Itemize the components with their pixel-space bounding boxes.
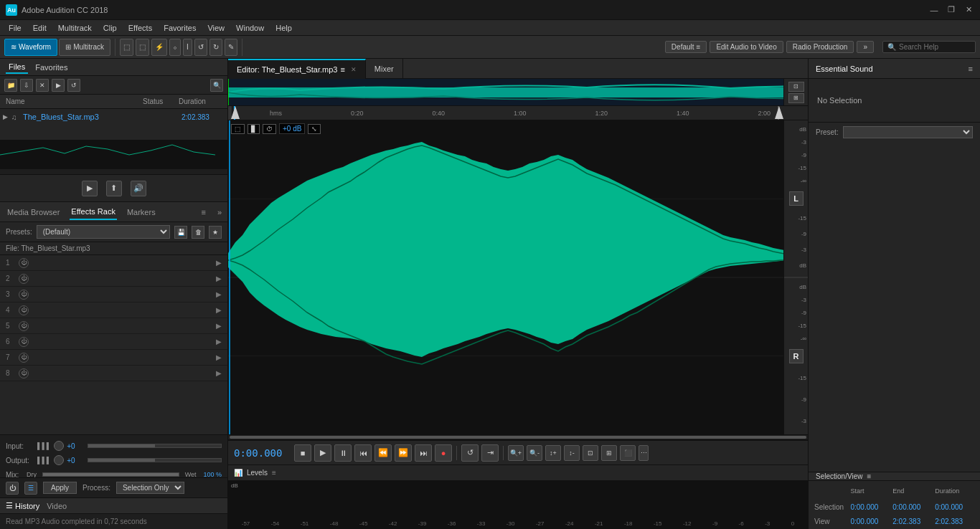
preset-select[interactable] [843,126,973,138]
new-folder-button[interactable]: 📁 [4,79,17,92]
tool-btn-5[interactable]: I [183,39,192,56]
power-btn-1[interactable]: ⏻ [19,258,29,268]
power-btn-7[interactable]: ⏻ [19,353,29,363]
waveform-expand-btn[interactable]: ⤡ [308,124,321,134]
tool-btn-6[interactable]: ↺ [194,39,207,56]
tool-btn-4[interactable]: ⬦ [169,39,181,56]
panel-menu-icon[interactable]: ≡ [201,208,205,216]
multitrack-button[interactable]: ⊞ Multitrack [59,39,110,56]
maximize-button[interactable]: ❐ [946,4,957,16]
tool-btn-3[interactable]: ⚡ [151,39,167,56]
search-input[interactable] [899,43,971,51]
menu-multitrack[interactable]: Multitrack [52,20,98,36]
record-button[interactable]: ● [435,444,452,462]
l-label[interactable]: L [789,191,804,206]
fwd-button[interactable]: ⏩ [395,444,412,462]
waveform-meter-btn[interactable]: ▊ [248,124,260,134]
menu-favorites[interactable]: Favorites [158,20,202,36]
tool-btn-2[interactable]: ⬚ [136,39,149,56]
slot-arrow-4[interactable]: ▶ [216,306,222,314]
volume-button[interactable]: 🔊 [131,181,146,196]
workspace-default-button[interactable]: Default ≡ [665,41,707,53]
zoom-out-time-button[interactable]: 🔍- [527,445,542,461]
file-row[interactable]: ▶ ♫ The_Bluest_Star.mp3 2:02.383 [0,109,227,125]
tab-close-icon[interactable]: ✕ [351,66,357,73]
radio-production-button[interactable]: Radio Production [786,41,854,53]
search-files-button[interactable]: 🔍 [210,79,223,92]
menu-edit[interactable]: Edit [27,20,52,36]
levels-menu-icon[interactable]: ≡ [272,469,276,477]
tab-effects-rack[interactable]: Effects Rack [70,204,117,220]
mix-slider[interactable] [42,472,179,477]
power-btn-5[interactable]: ⏻ [19,321,29,331]
menu-window[interactable]: Window [230,20,270,36]
rwd-button[interactable]: ⏪ [374,444,392,462]
loop-button[interactable]: ↺ [461,444,479,462]
import-button[interactable]: ⇩ [20,79,33,92]
tab-history[interactable]: ☰ History [6,501,39,510]
tab-favorites[interactable]: Favorites [32,62,70,73]
essential-menu-icon[interactable]: ≡ [969,65,973,73]
input-knob[interactable] [54,441,64,451]
tab-files[interactable]: Files [6,61,28,74]
next-button[interactable]: ⏭ [415,444,432,462]
slot-arrow-3[interactable]: ▶ [216,290,222,298]
zoom-in-time-button[interactable]: 🔍+ [508,445,524,461]
overview-waveform[interactable] [228,79,783,105]
slot-arrow-1[interactable]: ▶ [216,259,222,267]
minimize-button[interactable]: — [928,4,940,16]
menu-view[interactable]: View [202,20,230,36]
play-button[interactable]: ▶ [82,181,98,196]
power-btn-3[interactable]: ⏻ [19,290,29,300]
menu-effects[interactable]: Effects [123,20,158,36]
close-file-button[interactable]: ✕ [36,79,49,92]
waveform-button[interactable]: ≋ Waveform [4,39,57,56]
slot-arrow-5[interactable]: ▶ [216,322,222,330]
waveform-select-btn[interactable]: ⬚ [231,124,245,134]
apply-button[interactable]: Apply [43,482,77,494]
tab-markers[interactable]: Markers [126,205,157,219]
autoplay-button[interactable]: ↺ [67,79,80,92]
save-preset-button[interactable]: 💾 [174,226,187,239]
power-btn-2[interactable]: ⏻ [19,274,29,284]
tool-btn-1[interactable]: ⬚ [120,39,133,56]
menu-clip[interactable]: Clip [98,20,123,36]
menu-help[interactable]: Help [270,20,298,36]
prev-button[interactable]: ⏮ [354,444,372,462]
editor-tab-main[interactable]: Editor: The_Bluest_Star.mp3 ≡ ✕ [228,59,366,79]
slot-arrow-7[interactable]: ▶ [216,353,222,361]
more-zoom-button[interactable]: ⋯ [639,445,649,461]
input-bar[interactable] [88,444,222,448]
menu-file[interactable]: File [3,20,27,36]
presets-select[interactable]: (Default) [37,225,170,239]
delete-preset-button[interactable]: 🗑 [192,226,204,239]
export-button[interactable]: ⬆ [106,181,122,196]
stop-button[interactable]: ■ [294,444,311,462]
close-button[interactable]: ✕ [963,4,974,16]
files-scrollbar[interactable] [0,168,227,174]
preset-menu-button[interactable]: ★ [209,226,222,239]
fit-view-button[interactable]: ⊡ [788,82,804,92]
editor-tab-mixer[interactable]: Mixer [366,59,403,79]
waveform-clock-btn[interactable]: ⏱ [263,124,276,134]
waveform-display[interactable]: ⬚ ▊ ⏱ +0 dB ⤡ [228,120,783,434]
process-select[interactable]: Selection Only [116,482,184,494]
power-btn-6[interactable]: ⏻ [19,337,29,347]
slot-arrow-2[interactable]: ▶ [216,275,222,282]
output-button[interactable]: ⇥ [481,444,499,462]
zoom-sel-button[interactable]: ⊞ [601,445,617,461]
zoom-fit-button[interactable]: ⬛ [620,445,636,461]
power-toggle-button[interactable]: ⏻ [6,482,19,495]
tool-btn-8[interactable]: ✎ [225,39,237,56]
pause-button[interactable]: ⏸ [334,444,352,462]
zoom-out-amp-button[interactable]: ↕- [564,445,580,461]
grid-button[interactable]: ⊞ [788,93,804,103]
tab-video[interactable]: Video [47,502,67,510]
waveform-scrollbar[interactable] [228,434,808,440]
power-btn-8[interactable]: ⏻ [19,368,29,378]
zoom-full-button[interactable]: ⊡ [583,445,598,461]
r-label[interactable]: R [789,349,804,363]
tab-media-browser[interactable]: Media Browser [6,205,61,219]
slot-arrow-6[interactable]: ▶ [216,338,222,345]
panel-expand-icon[interactable]: » [217,208,222,216]
